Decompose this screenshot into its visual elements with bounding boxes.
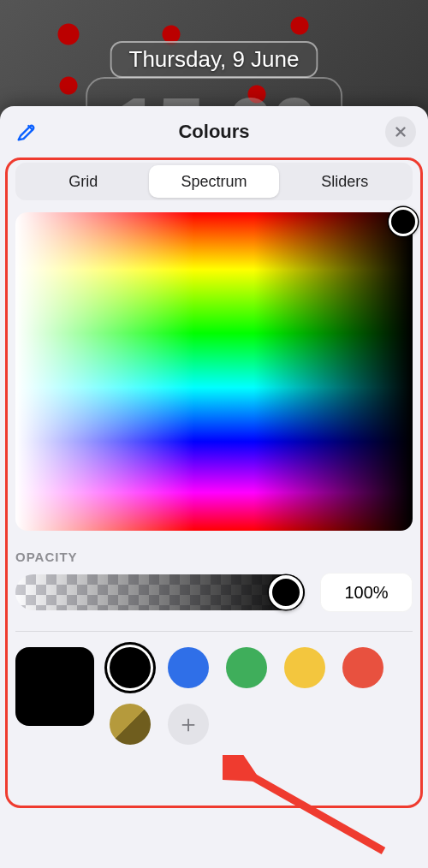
preset-grid: ＋ bbox=[110, 647, 413, 745]
opacity-row: 100% bbox=[15, 573, 413, 612]
preset-swatch[interactable] bbox=[110, 647, 151, 688]
color-picker-sheet: Colours Grid Spectrum Sliders OPACITY 10… bbox=[0, 106, 428, 868]
opacity-label: OPACITY bbox=[15, 550, 413, 564]
swatch-row: ＋ bbox=[15, 647, 413, 745]
preset-swatch[interactable] bbox=[342, 647, 383, 688]
opacity-slider-thumb[interactable] bbox=[269, 575, 303, 609]
opacity-slider[interactable] bbox=[15, 574, 305, 610]
tab-grid[interactable]: Grid bbox=[18, 165, 149, 198]
close-button[interactable] bbox=[385, 116, 416, 147]
mode-segmented-control: Grid Spectrum Sliders bbox=[15, 163, 413, 200]
sheet-content: Grid Spectrum Sliders OPACITY 100% bbox=[0, 158, 428, 760]
preset-swatch-split[interactable] bbox=[110, 704, 151, 745]
divider bbox=[15, 631, 413, 632]
opacity-value-field[interactable]: 100% bbox=[320, 573, 413, 612]
eyedropper-icon bbox=[15, 120, 39, 144]
close-icon bbox=[393, 124, 408, 140]
lockscreen-date: Thursday, 9 June bbox=[110, 41, 318, 78]
preset-swatch[interactable] bbox=[226, 647, 267, 688]
preset-swatch[interactable] bbox=[168, 647, 209, 688]
eyedropper-button[interactable] bbox=[12, 117, 41, 146]
sheet-title: Colours bbox=[178, 121, 249, 143]
tab-spectrum[interactable]: Spectrum bbox=[149, 165, 280, 198]
spectrum-canvas[interactable] bbox=[15, 212, 413, 531]
current-color-swatch[interactable] bbox=[15, 647, 94, 726]
sheet-header: Colours bbox=[0, 106, 428, 158]
add-preset-button[interactable]: ＋ bbox=[168, 704, 209, 745]
plus-icon: ＋ bbox=[176, 708, 200, 740]
preset-swatch[interactable] bbox=[284, 647, 325, 688]
tab-sliders[interactable]: Sliders bbox=[279, 165, 410, 198]
spectrum-area bbox=[15, 212, 413, 531]
spectrum-cursor[interactable] bbox=[389, 207, 418, 236]
